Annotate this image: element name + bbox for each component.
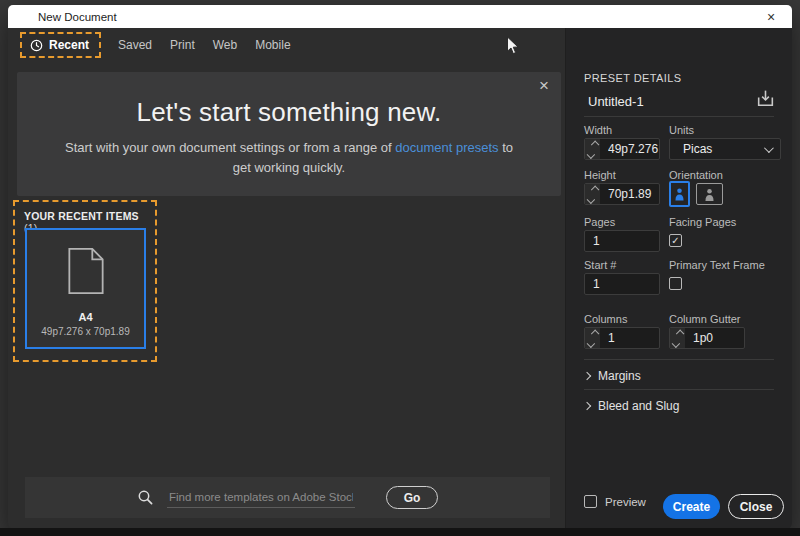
search-icon bbox=[137, 489, 154, 506]
chevron-right-icon bbox=[583, 402, 591, 410]
tab-web[interactable]: Web bbox=[213, 38, 237, 52]
orientation-options bbox=[669, 181, 723, 207]
bleed-slug-section-toggle[interactable]: Bleed and Slug bbox=[584, 399, 679, 413]
chevron-right-icon bbox=[583, 372, 591, 380]
bleed-slug-label: Bleed and Slug bbox=[598, 399, 679, 413]
columns-label: Columns bbox=[584, 313, 627, 325]
clock-icon bbox=[30, 39, 43, 52]
document-page-icon bbox=[68, 247, 104, 299]
hero-subtitle: Start with your own document settings or… bbox=[39, 138, 539, 177]
divider bbox=[584, 116, 774, 117]
chevron-down-icon bbox=[764, 143, 774, 153]
tab-saved[interactable]: Saved bbox=[118, 38, 152, 52]
width-label: Width bbox=[584, 124, 612, 136]
checkmark-icon: ✓ bbox=[671, 235, 679, 246]
start-number-label: Start # bbox=[584, 259, 616, 271]
go-button[interactable]: Go bbox=[386, 486, 438, 509]
width-input[interactable] bbox=[600, 139, 659, 159]
search-input[interactable] bbox=[167, 488, 355, 508]
margins-section-toggle[interactable]: Margins bbox=[584, 369, 641, 383]
tab-recent[interactable]: Recent bbox=[20, 32, 101, 58]
height-field[interactable] bbox=[584, 183, 660, 205]
create-button[interactable]: Create bbox=[663, 494, 720, 519]
main-area: Recent Saved Print Web Mobile × Let's st… bbox=[8, 28, 565, 529]
primary-text-frame-label: Primary Text Frame bbox=[669, 259, 765, 271]
units-select[interactable]: Picas bbox=[669, 138, 781, 160]
document-name-field[interactable]: Untitled-1 bbox=[588, 94, 644, 109]
column-gutter-label: Column Gutter bbox=[669, 313, 741, 325]
height-input[interactable] bbox=[600, 184, 659, 204]
tab-recent-label: Recent bbox=[49, 38, 89, 52]
preset-details-heading: PRESET DETAILS bbox=[584, 72, 682, 84]
recent-item-dimensions: 49p7.276 x 70p1.89 bbox=[41, 326, 129, 337]
columns-stepper[interactable] bbox=[585, 328, 600, 348]
width-field[interactable] bbox=[584, 138, 660, 160]
pages-input[interactable] bbox=[585, 231, 659, 251]
window-close-icon[interactable]: × bbox=[760, 5, 782, 28]
hero-banner: × Let's start something new. Start with … bbox=[17, 72, 561, 196]
tab-mobile[interactable]: Mobile bbox=[255, 38, 290, 52]
hero-subtitle-text: Start with your own document settings or… bbox=[65, 140, 395, 155]
units-value: Picas bbox=[683, 142, 712, 156]
window-title: New Document bbox=[38, 11, 117, 23]
tab-bar: Recent Saved Print Web Mobile bbox=[8, 28, 565, 62]
orientation-portrait-icon[interactable] bbox=[669, 181, 690, 207]
tab-print[interactable]: Print bbox=[170, 38, 195, 52]
save-preset-icon[interactable] bbox=[755, 88, 776, 113]
recent-item-card[interactable]: A4 49p7.276 x 70p1.89 bbox=[25, 228, 146, 349]
width-stepper[interactable] bbox=[585, 139, 600, 159]
hero-subtitle-line2: get working quickly. bbox=[39, 158, 539, 178]
columns-field[interactable] bbox=[584, 327, 660, 349]
pages-label: Pages bbox=[584, 216, 615, 228]
facing-pages-checkbox[interactable]: ✓ bbox=[669, 234, 682, 247]
recent-item-name: A4 bbox=[78, 311, 92, 323]
units-label: Units bbox=[669, 124, 694, 136]
close-button[interactable]: Close bbox=[728, 494, 784, 519]
preview-checkbox[interactable] bbox=[584, 495, 597, 508]
hero-subtitle-tail: to bbox=[499, 140, 513, 155]
orientation-landscape-icon[interactable] bbox=[696, 183, 723, 205]
orientation-label: Orientation bbox=[669, 169, 723, 181]
hero-title: Let's start something new. bbox=[17, 97, 561, 128]
adobe-stock-search-bar: Go bbox=[25, 477, 550, 518]
app-background-strip bbox=[0, 528, 800, 536]
new-document-dialog: New Document × Recent Saved Print Web Mo… bbox=[8, 5, 792, 529]
start-number-field[interactable] bbox=[584, 273, 660, 295]
margins-label: Margins bbox=[598, 369, 641, 383]
column-gutter-input[interactable] bbox=[685, 328, 744, 348]
recent-items-heading-text: YOUR RECENT ITEMS bbox=[24, 210, 139, 222]
divider bbox=[584, 359, 774, 360]
facing-pages-label: Facing Pages bbox=[669, 216, 736, 228]
document-presets-link[interactable]: document presets bbox=[395, 140, 498, 155]
columns-input[interactable] bbox=[600, 328, 659, 348]
hero-close-icon[interactable]: × bbox=[539, 77, 549, 94]
titlebar: New Document × bbox=[8, 5, 792, 28]
column-gutter-stepper[interactable] bbox=[670, 328, 685, 348]
start-number-input[interactable] bbox=[585, 274, 659, 294]
preview-label: Preview bbox=[605, 496, 646, 508]
preview-option: Preview bbox=[584, 495, 646, 508]
column-gutter-field[interactable] bbox=[669, 327, 745, 349]
recent-items-section: YOUR RECENT ITEMS (1) A4 49p7.276 x 70p1… bbox=[13, 200, 157, 362]
primary-text-frame-checkbox[interactable] bbox=[669, 277, 682, 290]
pages-field[interactable] bbox=[584, 230, 660, 252]
preset-details-panel: PRESET DETAILS Untitled-1 Width Units Pi… bbox=[565, 28, 792, 529]
height-stepper[interactable] bbox=[585, 184, 600, 204]
divider bbox=[584, 389, 774, 390]
height-label: Height bbox=[584, 169, 616, 181]
